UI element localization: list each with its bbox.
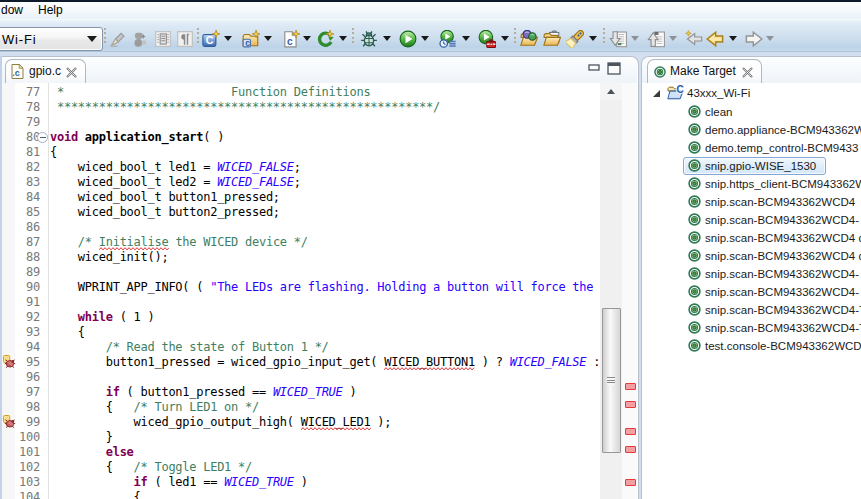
code-line-82: wiced_bool_t led1 = WICED_FALSE;: [50, 160, 598, 175]
import-target-icon[interactable]: [609, 30, 629, 48]
make-target-item[interactable]: clean: [642, 103, 861, 121]
overview-error-marker[interactable]: [625, 446, 636, 453]
run-icon[interactable]: [399, 30, 419, 48]
make-target-item[interactable]: snip.scan-BCM943362WCD4-T: [642, 319, 861, 337]
open-folder-spheres-icon[interactable]: [520, 30, 540, 48]
code-line-102: { /* Toggle LED1 */: [50, 460, 598, 475]
make-target-item-label: test.console-BCM943362WCD: [705, 337, 861, 355]
window-left-edge: [0, 56, 2, 499]
code-line-103: if ( led1 == WICED_TRUE ): [50, 475, 598, 490]
make-target-tree[interactable]: C 43xxx_Wi-Fi clean demo.appliance-BCM94…: [642, 83, 861, 499]
code-text[interactable]: * Function Definitions *****************…: [50, 85, 598, 499]
make-target-item-label: snip.scan-BCM943362WCD4-: [705, 283, 859, 301]
close-icon[interactable]: [742, 67, 753, 78]
profile-dropdown-icon[interactable]: [462, 36, 470, 41]
make-target-item-label: snip.scan-BCM943362WCD4: [705, 193, 855, 211]
scrollbar-thumb[interactable]: [602, 308, 621, 453]
error-squiggle: [301, 427, 371, 431]
svg-text:c: c: [287, 36, 293, 47]
overview-error-marker[interactable]: [625, 383, 636, 390]
fold-collapse-icon[interactable]: [37, 132, 48, 143]
open-folder-clipboard-icon[interactable]: [543, 30, 563, 48]
overview-ruler[interactable]: [622, 83, 637, 499]
line-number: 78: [0, 100, 40, 115]
torch-dropdown-icon[interactable]: [589, 36, 597, 41]
line-number: 83: [0, 175, 40, 190]
menu-bar: dow Help: [0, 2, 861, 19]
make-target-item[interactable]: demo.temp_control-BCM9433: [642, 139, 861, 157]
new-c-folder-dropdown-icon[interactable]: [264, 36, 272, 41]
make-target-item[interactable]: snip.scan-BCM943362WCD4-: [642, 283, 861, 301]
close-icon[interactable]: [66, 67, 77, 78]
code-line-79: [50, 115, 598, 130]
code-line-77: * Function Definitions: [50, 85, 598, 100]
vertical-scrollbar[interactable]: [600, 83, 622, 499]
overview-error-marker[interactable]: [625, 479, 636, 486]
new-c-file-icon[interactable]: c: [282, 30, 302, 48]
svg-text:.c: .c: [12, 68, 20, 78]
make-target-item[interactable]: snip.scan-BCM943362WCD4-: [642, 265, 861, 283]
export-target-icon[interactable]: [647, 30, 667, 48]
code-line-97: if ( button1_pressed == WICED_TRUE ): [50, 385, 598, 400]
make-target-item-label: demo.temp_control-BCM9433: [705, 139, 858, 157]
problem-marker-icon[interactable]: [3, 355, 17, 369]
forward-dropdown-icon[interactable]: [766, 36, 774, 41]
make-target-item[interactable]: snip.scan-BCM943362WCD4-T: [642, 301, 861, 319]
build-target-combo[interactable]: Wi-Fi: [0, 27, 103, 51]
code-line-93: {: [50, 325, 598, 340]
code-line-80: void application_start( ): [50, 130, 598, 145]
new-c-project-dropdown-icon[interactable]: [224, 36, 232, 41]
line-number: 93: [0, 325, 40, 340]
profile-icon[interactable]: [439, 30, 459, 48]
last-edit-location-icon[interactable]: [685, 30, 705, 48]
make-target-item[interactable]: snip.https_client-BCM943362W: [642, 175, 861, 193]
debug-dropdown-icon[interactable]: [383, 36, 391, 41]
torch-icon[interactable]: [566, 30, 586, 48]
combo-dropdown-arrow-icon[interactable]: [87, 36, 97, 42]
error-squiggle: [99, 247, 169, 251]
minimize-view-icon[interactable]: [588, 62, 600, 73]
new-c-file-dropdown-icon[interactable]: [303, 36, 311, 41]
back-icon[interactable]: [706, 30, 726, 48]
line-number: 77: [0, 85, 40, 100]
make-target-item-label: snip.scan-BCM943362WCD4-: [705, 265, 859, 283]
import-target-dropdown-icon[interactable]: [631, 36, 639, 41]
maximize-view-icon[interactable]: [607, 62, 621, 75]
new-c-folder-icon[interactable]: c: [242, 30, 262, 48]
line-number: 90: [0, 280, 40, 295]
problem-marker-icon[interactable]: [3, 415, 17, 429]
make-target-item-label: demo.appliance-BCM943362W: [705, 121, 861, 139]
run-dropdown-icon[interactable]: [421, 36, 429, 41]
scroll-up-arrow-icon[interactable]: [600, 83, 622, 100]
toolbar-separator: [603, 28, 605, 43]
show-whitespace-icon: [176, 30, 196, 48]
debug-icon[interactable]: [360, 30, 380, 48]
line-number: 98: [0, 400, 40, 415]
make-target-item[interactable]: snip.scan-BCM943362WCD4: [642, 193, 861, 211]
overview-error-marker[interactable]: [625, 428, 636, 435]
overview-error-marker[interactable]: [625, 401, 636, 408]
menu-item-help[interactable]: Help: [38, 3, 63, 18]
make-target-tab[interactable]: Make Target: [647, 59, 762, 83]
make-target-item[interactable]: test.console-BCM943362WCD: [642, 337, 861, 355]
code-line-94: /* Read the state of Button 1 */: [50, 340, 598, 355]
build-icon[interactable]: [316, 30, 336, 48]
editor-tab-gpio-c[interactable]: .c gpio.c: [5, 59, 86, 83]
new-c-project-icon[interactable]: C: [202, 30, 222, 48]
editor-area: .c gpio.c 777879808182838485868788899091…: [0, 56, 639, 499]
make-target-item[interactable]: snip.gpio-WISE_1530: [642, 157, 861, 175]
code-editor[interactable]: 7778798081828384858687888990919293949596…: [0, 83, 637, 499]
make-target-item[interactable]: snip.scan-BCM943362WCD4 d: [642, 229, 861, 247]
make-target-item[interactable]: snip.scan-BCM943362WCD4-: [642, 211, 861, 229]
external-tools-icon[interactable]: [478, 30, 498, 48]
menu-item-window[interactable]: dow: [1, 3, 23, 18]
line-number: 94: [0, 340, 40, 355]
build-dropdown-icon[interactable]: [339, 36, 347, 41]
tree-expanded-arrow-icon[interactable]: [653, 90, 660, 97]
external-tools-dropdown-icon[interactable]: [501, 36, 509, 41]
back-dropdown-icon[interactable]: [729, 36, 737, 41]
make-target-item[interactable]: snip.scan-BCM943362WCD4 d: [642, 247, 861, 265]
forward-icon[interactable]: [745, 30, 765, 48]
export-target-dropdown-icon[interactable]: [669, 36, 677, 41]
make-target-item[interactable]: demo.appliance-BCM943362W: [642, 121, 861, 139]
